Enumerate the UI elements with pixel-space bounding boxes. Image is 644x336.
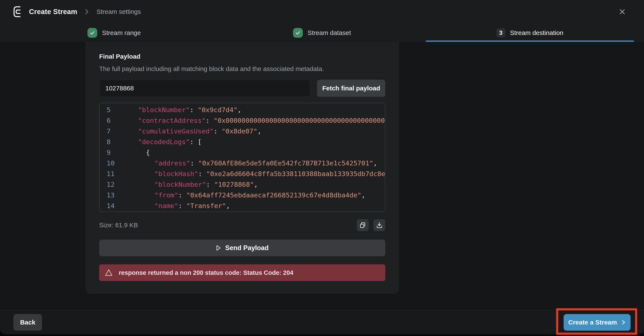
code-lines: 5 "blockNumber": "0x9cd7d4",6 "contractA… (100, 104, 385, 212)
code-line: 13 "from": "0x64aff7245ebdaaecaf26685213… (100, 190, 385, 200)
payload-size-label: Size: 61.9 KB (99, 222, 138, 229)
breadcrumb-chevron-icon (84, 8, 89, 15)
back-button[interactable]: Back (14, 314, 42, 331)
code-line: 12 "blockNumber": "10278868", (100, 179, 385, 190)
page-title: Create Stream (29, 8, 77, 16)
step-number-badge: 3 (496, 28, 506, 37)
close-icon[interactable] (617, 6, 627, 17)
step-label: Stream dataset (308, 29, 351, 36)
code-line: 15 "to": "0x96a41097fc839448b2591fac2978… (100, 211, 385, 212)
error-message: response returned a non 200 status code:… (119, 269, 294, 276)
stepper: Stream range Stream dataset 3 Stream des… (0, 24, 644, 42)
step-stream-range[interactable]: Stream range (10, 24, 218, 42)
code-line: 11 "blockHash": "0xe2a6d6604c8ffa5b33811… (100, 168, 385, 179)
step-stream-dataset[interactable]: Stream dataset (218, 24, 426, 42)
code-line: 8 "decodedLogs": [ (100, 136, 385, 147)
breadcrumb: Stream settings (96, 8, 141, 15)
section-description: The full payload including all matching … (99, 65, 385, 72)
code-line: 6 "contractAddress": "0x0000000000000000… (100, 115, 385, 126)
copy-icon (360, 222, 366, 228)
streams-logo-icon (13, 6, 22, 18)
play-icon (216, 245, 221, 251)
code-line: 10 "address": "0x760AfE86e5de5fa0Ee542fc… (100, 158, 385, 168)
main-content: Final Payload The full payload including… (0, 42, 644, 310)
step-label: Stream range (102, 29, 141, 36)
step-stream-destination[interactable]: 3 Stream destination (426, 24, 634, 42)
download-button[interactable] (374, 219, 385, 231)
fetch-row: Fetch final payload (99, 80, 385, 97)
send-payload-label: Send Payload (225, 244, 268, 252)
send-payload-button[interactable]: Send Payload (99, 240, 385, 256)
fetch-final-payload-button[interactable]: Fetch final payload (317, 80, 385, 97)
step-label: Stream destination (510, 29, 564, 36)
check-icon (293, 28, 303, 38)
section-title: Final Payload (99, 53, 385, 60)
create-stream-button[interactable]: Create a Stream (564, 314, 630, 331)
create-stream-modal: Create Stream Stream settings Stream ran… (0, 0, 644, 334)
error-banner: response returned a non 200 status code:… (99, 264, 385, 281)
warning-icon (105, 269, 113, 276)
code-line: 7 "cumulativeGasUsed": "0x8de07", (100, 126, 385, 136)
code-line: 5 "blockNumber": "0x9cd7d4", (100, 104, 385, 115)
create-stream-label: Create a Stream (568, 319, 617, 326)
code-line: 14 "name": "Transfer", (100, 200, 385, 211)
final-payload-card: Final Payload The full payload including… (86, 42, 399, 294)
size-row: Size: 61.9 KB (99, 219, 385, 231)
header: Create Stream Stream settings (0, 0, 644, 24)
copy-button[interactable] (357, 219, 369, 231)
check-icon (88, 28, 97, 38)
download-icon (376, 222, 383, 228)
chevron-right-icon (621, 319, 626, 326)
footer: Back Create a Stream (0, 310, 644, 334)
block-number-input[interactable] (99, 80, 310, 97)
code-line: 9 { (100, 147, 385, 158)
payload-code-viewer[interactable]: 5 "blockNumber": "0x9cd7d4",6 "contractA… (99, 103, 385, 212)
